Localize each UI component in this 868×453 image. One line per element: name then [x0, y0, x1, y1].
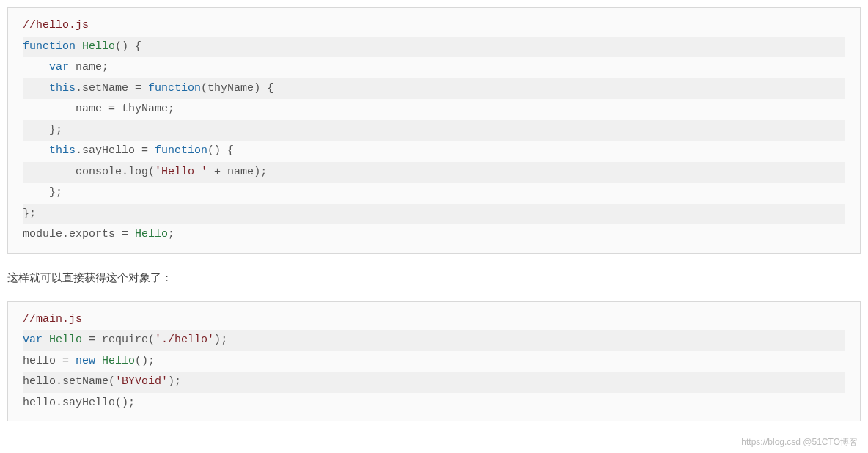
code-token: 'Hello '	[155, 166, 207, 178]
code-token: ;	[168, 228, 174, 240]
code-token: ;	[102, 61, 108, 73]
code-token: Hello	[82, 40, 115, 53]
code-block-main-js: //main.jsvar Hello = require('./hello');…	[7, 301, 861, 422]
code-token: hello	[23, 397, 56, 409]
code-token: (	[148, 334, 155, 346]
code-token: )	[254, 82, 260, 95]
code-token: =	[82, 334, 102, 346]
code-line: };	[23, 204, 845, 225]
code-token: =	[56, 355, 76, 367]
code-token	[23, 61, 49, 73]
code-token: sayHello	[82, 144, 135, 157]
code-token: require	[102, 334, 148, 346]
code-token: )	[168, 375, 174, 388]
code-line: var name;	[23, 57, 845, 78]
code-token: thyName	[207, 82, 254, 95]
code-token: console	[76, 166, 122, 178]
code-token	[23, 103, 76, 115]
code-token	[23, 144, 49, 157]
code-line: hello.sayHello();	[23, 393, 845, 414]
code-token: log	[128, 166, 148, 178]
code-line: this.sayHello = function() {	[23, 141, 845, 162]
code-token: =	[102, 103, 122, 115]
code-token: ;	[260, 166, 267, 178]
code-token: 'BYVoid'	[115, 375, 168, 388]
code-token: //main.js	[23, 313, 82, 325]
prose-paragraph: 这样就可以直接获得这个对象了：	[7, 271, 861, 285]
code-token	[95, 355, 102, 367]
watermark-text: https://blog.csd @51CTO博客	[741, 436, 858, 446]
code-token: =	[128, 82, 148, 95]
code-line: console.log('Hello ' + name);	[23, 162, 845, 183]
code-token: name	[76, 61, 102, 73]
code-token: };	[23, 207, 36, 220]
code-line: function Hello() {	[23, 37, 845, 58]
code-token: function	[148, 82, 201, 95]
code-line: //main.js	[23, 309, 845, 331]
code-token	[76, 40, 82, 53]
code-token: ;	[221, 334, 227, 346]
code-token: Hello	[135, 228, 168, 240]
code-token: sayHello	[62, 397, 115, 409]
code-token: name	[76, 103, 102, 115]
code-token: this	[49, 82, 76, 95]
code-token: =	[115, 228, 135, 240]
code-token: +	[207, 166, 227, 178]
code-pre: //hello.jsfunction Hello() { var name; t…	[23, 15, 845, 246]
code-token: exports	[69, 228, 115, 240]
code-line: hello.setName('BYVoid');	[23, 372, 845, 393]
code-token: hello	[23, 355, 56, 367]
code-line: this.setName = function(thyName) {	[23, 78, 845, 100]
code-token: Hello	[49, 334, 82, 346]
code-token: ;	[174, 375, 181, 388]
code-token: {	[128, 40, 141, 53]
code-token: )	[254, 166, 260, 178]
code-token: {	[221, 144, 234, 157]
code-line: hello = new Hello();	[23, 351, 845, 372]
code-token: ()	[115, 40, 128, 53]
code-pre: //main.jsvar Hello = require('./hello');…	[23, 309, 845, 414]
code-token	[43, 334, 49, 346]
code-token: (	[108, 375, 115, 388]
code-token: module	[23, 228, 62, 240]
code-token: =	[135, 144, 155, 157]
code-token: .	[76, 82, 82, 95]
code-token: function	[155, 144, 207, 157]
code-token: this	[49, 144, 76, 157]
code-token: var	[23, 334, 43, 346]
code-token: function	[23, 40, 76, 53]
code-token: ;	[148, 355, 155, 367]
code-line: var Hello = require('./hello');	[23, 330, 845, 351]
code-token: {	[260, 82, 273, 95]
code-block-hello-js: //hello.jsfunction Hello() { var name; t…	[7, 7, 861, 254]
code-token: ;	[128, 397, 135, 409]
code-line: };	[23, 120, 845, 141]
code-token	[23, 82, 49, 95]
code-line: name = thyName;	[23, 99, 845, 120]
code-token: .	[122, 166, 128, 178]
code-token: ()	[207, 144, 221, 157]
code-token: ;	[168, 103, 174, 115]
code-token: .	[56, 375, 62, 388]
code-token: .	[56, 397, 62, 409]
code-token: new	[76, 355, 95, 367]
code-token: ()	[115, 397, 128, 409]
code-token: };	[23, 186, 62, 199]
code-token: thyName	[122, 103, 168, 115]
code-line: //hello.js	[23, 15, 845, 37]
code-token: //hello.js	[23, 19, 89, 32]
code-token: hello	[23, 375, 56, 388]
code-token: Hello	[102, 355, 135, 367]
code-token: (	[148, 166, 155, 178]
code-token: .	[62, 228, 69, 240]
code-token: ()	[135, 355, 148, 367]
code-line: module.exports = Hello;	[23, 224, 845, 246]
code-token: };	[23, 124, 62, 136]
code-token	[23, 166, 76, 178]
code-token: name	[227, 166, 254, 178]
code-token	[69, 61, 76, 73]
code-token: './hello'	[155, 334, 214, 346]
code-token: var	[49, 61, 69, 73]
code-token: setName	[62, 375, 108, 388]
code-token: )	[214, 334, 221, 346]
